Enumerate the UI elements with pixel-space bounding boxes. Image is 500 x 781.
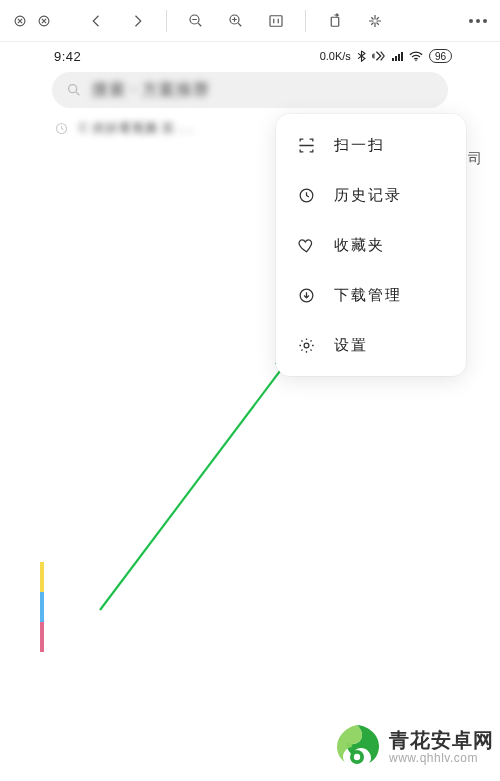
- heart-icon: [296, 235, 316, 255]
- close-tab-icon[interactable]: [8, 4, 32, 38]
- watermark: 青花安卓网 www.qhhlv.com: [333, 721, 494, 773]
- menu-item-downloads[interactable]: 下载管理: [276, 270, 466, 320]
- status-bar: 9:42 0.0K/s 96: [40, 42, 460, 72]
- menu-item-label: 收藏夹: [334, 236, 385, 255]
- history-icon: [54, 121, 69, 136]
- zoom-in-icon[interactable]: [219, 4, 253, 38]
- svg-rect-4: [270, 15, 282, 26]
- search-icon: [66, 82, 82, 98]
- svg-rect-5: [331, 17, 339, 26]
- host-toolbar: [0, 0, 500, 42]
- menu-item-favorites[interactable]: 收藏夹: [276, 220, 466, 270]
- battery-indicator: 96: [429, 49, 452, 63]
- download-icon: [296, 285, 316, 305]
- menu-item-scan[interactable]: 扫一扫: [276, 120, 466, 170]
- watermark-subtitle: www.qhhlv.com: [389, 752, 494, 766]
- actual-size-icon[interactable]: [259, 4, 293, 38]
- scan-icon: [296, 135, 316, 155]
- vibrate-icon: [372, 50, 386, 62]
- watermark-title: 青花安卓网: [389, 729, 494, 752]
- svg-point-14: [354, 754, 360, 760]
- peeking-text: 司: [468, 150, 482, 168]
- nav-back-icon[interactable]: [80, 4, 114, 38]
- toolbar-divider: [166, 10, 167, 32]
- sparkle-icon[interactable]: [358, 4, 392, 38]
- nav-forward-icon[interactable]: [120, 4, 154, 38]
- more-menu-icon[interactable]: [464, 7, 492, 35]
- rotate-icon[interactable]: [318, 4, 352, 38]
- status-network-speed: 0.0K/s: [320, 50, 351, 62]
- side-color-1: [40, 562, 44, 592]
- bluetooth-icon: [357, 50, 366, 62]
- menu-item-settings[interactable]: 设置: [276, 320, 466, 370]
- close-all-icon[interactable]: [32, 4, 56, 38]
- signal-icon: [392, 51, 403, 61]
- side-color-2: [40, 592, 44, 622]
- zoom-out-icon[interactable]: [179, 4, 213, 38]
- search-placeholder-blurred: 搜索 · 方案推荐: [92, 80, 210, 101]
- wifi-icon: [409, 51, 423, 62]
- phone-screenshot-area: 9:42 0.0K/s 96 搜索 · 方案推荐 C 的好看视频 实 . . 司…: [40, 42, 460, 781]
- svg-point-7: [69, 85, 77, 93]
- menu-item-label: 扫一扫: [334, 136, 385, 155]
- watermark-logo-icon: [333, 721, 381, 773]
- svg-point-6: [415, 59, 416, 60]
- gear-icon: [296, 335, 316, 355]
- history-text-blurred: C 的好看视频 实 . .: [79, 120, 193, 137]
- search-input[interactable]: 搜索 · 方案推荐: [52, 72, 448, 108]
- menu-item-label: 设置: [334, 336, 368, 355]
- side-color-accent: [40, 562, 44, 652]
- menu-item-label: 下载管理: [334, 286, 402, 305]
- browser-overflow-menu: 扫一扫 历史记录 收藏夹 下载管理 设置: [276, 114, 466, 376]
- clock-icon: [296, 185, 316, 205]
- menu-item-label: 历史记录: [334, 186, 402, 205]
- toolbar-divider-2: [305, 10, 306, 32]
- svg-point-11: [304, 343, 309, 348]
- status-time: 9:42: [54, 49, 81, 64]
- menu-item-history[interactable]: 历史记录: [276, 170, 466, 220]
- side-color-3: [40, 622, 44, 652]
